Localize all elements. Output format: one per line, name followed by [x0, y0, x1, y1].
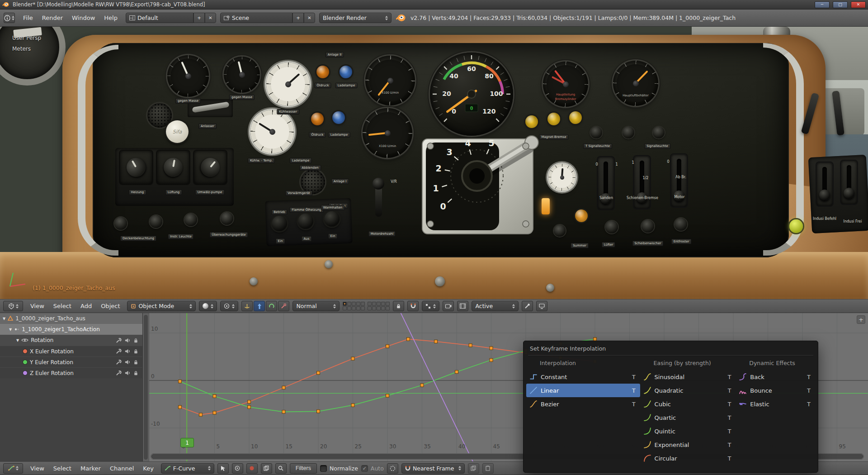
layer-cell[interactable] — [372, 306, 376, 310]
layer-cell[interactable] — [352, 302, 356, 306]
channel-row-rotation[interactable]: ▼Rotation — [0, 335, 142, 346]
popup-item-linear[interactable]: LinearT — [526, 384, 640, 397]
viewport-menu-view[interactable]: View — [26, 301, 48, 311]
graph-menu-select[interactable]: Select — [49, 464, 75, 473]
speaker-mute-icon[interactable] — [124, 359, 130, 365]
info-menu-help[interactable]: Help — [100, 13, 122, 23]
layer-cell[interactable] — [386, 302, 390, 306]
channel-row-x-euler-rotation[interactable]: X Euler Rotation — [0, 346, 142, 356]
ghost-curve-button[interactable] — [246, 463, 258, 474]
throttle-assembly[interactable]: 0123456 — [416, 135, 547, 244]
channel-row-y-euler-rotation[interactable]: Y Euler Rotation — [0, 356, 142, 367]
layer-cell[interactable] — [377, 306, 381, 310]
popup-item-bounce[interactable]: BounceT — [736, 384, 815, 397]
transform-orientation-dropdown[interactable]: Normal — [292, 301, 340, 311]
panel-knob[interactable] — [221, 212, 233, 225]
normalize-checkbox[interactable]: Normalize — [320, 465, 358, 472]
rotary-switch-umwaelzpumpe[interactable] — [194, 151, 226, 184]
minimize-button[interactable]: ─ — [815, 1, 830, 8]
popup-item-quartic[interactable]: QuarticT — [640, 411, 736, 424]
snap-toggle-button[interactable] — [407, 301, 419, 311]
warmhalten-button[interactable] — [324, 211, 340, 227]
ghost-curves-toggle-button[interactable] — [387, 463, 398, 474]
popup-item-back[interactable]: BackT — [736, 370, 815, 384]
pivot-tool-button[interactable] — [232, 463, 243, 474]
viewport-menu-object[interactable]: Object — [97, 301, 124, 311]
channel-row-z-euler-rotation[interactable]: Z Euler Rotation — [0, 367, 142, 378]
channel-row-1-0000-zeiger-tacho-aus[interactable]: ▼1_0000_zeiger_Tacho_aus — [0, 313, 142, 324]
auto-snap-dropdown[interactable]: Nearest Frame — [401, 463, 465, 474]
maximize-button[interactable]: □ — [833, 1, 848, 8]
lock-icon[interactable] — [133, 359, 139, 365]
rotary-switch-heizung[interactable] — [120, 151, 152, 184]
popup-item-constant[interactable]: ConstantT — [526, 370, 640, 384]
sifa-button[interactable]: Sifa — [166, 120, 189, 143]
panel-knob[interactable] — [623, 127, 634, 138]
pivot-point-dropdown[interactable] — [220, 301, 238, 311]
lock-to-scene-button[interactable] — [393, 301, 404, 311]
channel-row-1-1000-zeiger1-tachoaction[interactable]: ▼1_1000_zeiger1_TachoAction — [0, 324, 142, 335]
disclosure-triangle-icon[interactable]: ▼ — [16, 338, 19, 342]
delete-scene-button[interactable]: ✕ — [304, 13, 315, 23]
layer-cell[interactable] — [386, 306, 390, 310]
toggle-switch-sanden[interactable] — [598, 157, 614, 209]
layer-cell[interactable] — [368, 302, 372, 306]
popup-item-quadratic[interactable]: QuadraticT — [640, 384, 736, 397]
layer-cell[interactable] — [361, 306, 365, 310]
auto-normalize-checkbox[interactable]: ✓Auto — [361, 465, 384, 472]
layer-cell[interactable] — [356, 306, 360, 310]
layer-cell[interactable] — [347, 302, 351, 306]
layer-cell[interactable] — [361, 302, 365, 306]
disclosure-triangle-icon[interactable]: ▼ — [3, 317, 5, 321]
layer-cell[interactable] — [343, 302, 347, 306]
viewport-menu-add[interactable]: Add — [76, 301, 96, 311]
layer-cell[interactable] — [347, 306, 351, 310]
graph-menu-key[interactable]: Key — [139, 464, 158, 473]
manipulator-toggle-button[interactable] — [241, 301, 253, 311]
rotary-switch-lueftung[interactable] — [157, 151, 189, 184]
panel-knob[interactable] — [642, 220, 654, 233]
delete-screen-layout-button[interactable]: ✕ — [205, 13, 216, 23]
graph-vertical-scrollbar[interactable] — [143, 313, 149, 461]
active-dropdown[interactable]: Active — [472, 301, 519, 311]
popup-item-bezier[interactable]: BezierT — [526, 397, 640, 411]
screen-layout-dropdown[interactable]: Default — [126, 13, 193, 23]
add-scene-button[interactable]: + — [292, 13, 304, 23]
add-screen-layout-button[interactable]: + — [193, 13, 205, 23]
speaker-mute-icon[interactable] — [124, 337, 130, 343]
panel-knob[interactable] — [150, 215, 162, 228]
modifier-wrench-icon[interactable] — [116, 359, 122, 365]
info-menu-window[interactable]: Window — [68, 13, 99, 23]
panel-knob[interactable] — [184, 214, 197, 226]
layer-cell[interactable] — [381, 302, 385, 306]
copy-pose-button[interactable] — [468, 463, 479, 474]
filters-button[interactable]: Filters — [290, 463, 317, 474]
disclosure-triangle-icon[interactable]: ▼ — [9, 328, 12, 332]
graph-menu-view[interactable]: View — [26, 464, 48, 473]
speaker-mute-icon[interactable] — [124, 348, 130, 354]
popup-item-elastic[interactable]: ElasticT — [736, 397, 815, 411]
modifier-wrench-icon[interactable] — [116, 348, 122, 354]
viewport-3d[interactable]: 0204060801001200 Sifa 0123456 — [0, 27, 868, 299]
info-menu-render[interactable]: Render — [38, 13, 67, 23]
toggle-switch-schienenbremse[interactable] — [634, 156, 650, 209]
current-frame-indicator[interactable]: 1 — [180, 438, 194, 447]
modifier-wrench-icon[interactable] — [116, 370, 122, 376]
panel-knob[interactable] — [605, 221, 618, 233]
lock-icon[interactable] — [133, 337, 139, 343]
speaker-mute-icon[interactable] — [124, 370, 130, 376]
brush-button[interactable] — [522, 301, 533, 311]
render-opengl-button[interactable] — [443, 301, 454, 311]
layer-cell[interactable] — [377, 302, 381, 306]
screencast-button[interactable] — [536, 301, 547, 311]
graph-menu-channel[interactable]: Channel — [106, 464, 138, 473]
panel-knob[interactable] — [675, 218, 687, 231]
layer-cell[interactable] — [368, 306, 372, 310]
modifier-wrench-icon[interactable] — [116, 337, 122, 343]
eye-icon[interactable] — [21, 338, 28, 342]
graph-properties-toggle[interactable]: + — [857, 315, 865, 324]
zoom-tool-button[interactable] — [275, 463, 287, 474]
popup-item-exponential[interactable]: ExponentialT — [640, 438, 736, 451]
info-editor-type-button[interactable] — [4, 13, 15, 23]
indusi-switch-1[interactable] — [816, 162, 833, 206]
